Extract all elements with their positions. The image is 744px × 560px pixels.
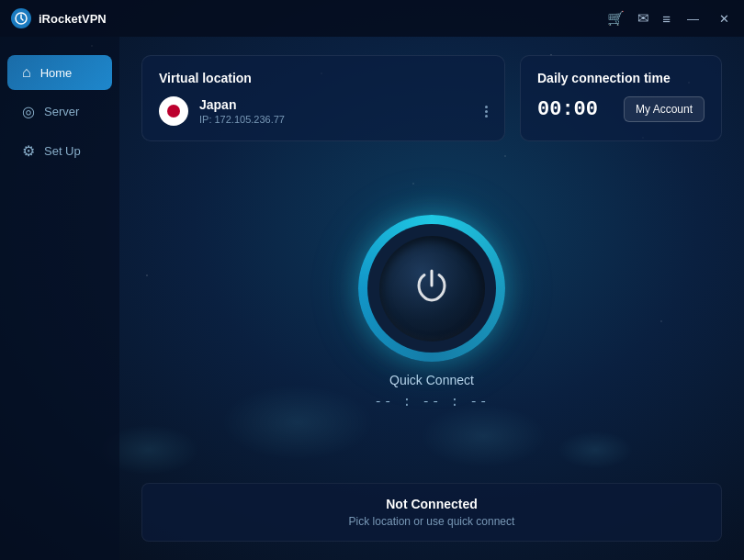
center-area: Quick Connect -- : -- : --: [141, 156, 722, 468]
sidebar-setup-label: Set Up: [44, 144, 81, 158]
japan-flag: [159, 96, 188, 126]
dot-1: [485, 106, 488, 108]
sidebar-item-setup[interactable]: ⚙ Set Up: [7, 133, 112, 169]
sidebar-item-server[interactable]: ◎ Server: [7, 94, 112, 129]
menu-icon[interactable]: ≡: [662, 11, 671, 27]
location-menu-button[interactable]: [485, 106, 488, 118]
titlebar-left: iRocketVPN: [11, 8, 107, 28]
my-account-button[interactable]: My Account: [624, 96, 705, 122]
mail-icon[interactable]: ✉: [637, 10, 649, 27]
setup-icon: ⚙: [22, 142, 35, 160]
sidebar-server-label: Server: [44, 105, 79, 118]
main-layout: ⌂ Home ◎ Server ⚙ Set Up Virtual locatio…: [0, 37, 744, 560]
server-icon: ◎: [22, 103, 35, 120]
app-logo: [11, 8, 31, 28]
status-subtitle: Pick location or use quick connect: [161, 515, 703, 528]
power-icon: [411, 265, 452, 311]
minimize-button[interactable]: —: [683, 10, 703, 28]
status-bar: Not Connected Pick location or use quick…: [141, 483, 722, 542]
dot-3: [485, 115, 488, 118]
home-icon: ⌂: [22, 64, 31, 81]
power-button-inner: [379, 236, 485, 342]
dot-2: [485, 110, 488, 113]
location-info: Japan IP: 172.105.236.77: [199, 97, 474, 125]
top-row: Virtual location Japan IP: 172.105.236.7…: [141, 55, 722, 141]
cart-icon[interactable]: 🛒: [607, 10, 625, 27]
sidebar: ⌂ Home ◎ Server ⚙ Set Up: [0, 37, 119, 560]
ip-address: IP: 172.105.236.77: [199, 114, 474, 125]
close-button[interactable]: ✕: [716, 10, 733, 28]
titlebar-controls: 🛒 ✉ ≡ — ✕: [607, 10, 733, 28]
country-name: Japan: [199, 97, 474, 112]
location-row: Japan IP: 172.105.236.77: [159, 96, 488, 126]
titlebar: iRocketVPN 🛒 ✉ ≡ — ✕: [0, 0, 744, 37]
virtual-location-card: Virtual location Japan IP: 172.105.236.7…: [141, 55, 505, 141]
power-button[interactable]: [358, 215, 505, 362]
sidebar-home-label: Home: [40, 66, 73, 80]
timer-display: -- : -- : --: [375, 395, 490, 409]
connection-time-title: Daily connection time: [537, 71, 705, 85]
time-row: 00:00 My Account: [537, 96, 705, 122]
quick-connect-label: Quick Connect: [389, 373, 474, 387]
time-display: 00:00: [537, 98, 598, 121]
connection-time-card: Daily connection time 00:00 My Account: [520, 55, 722, 141]
status-title: Not Connected: [161, 497, 703, 511]
power-button-mid: [367, 224, 496, 353]
app-title: iRocketVPN: [39, 12, 107, 26]
content-area: Virtual location Japan IP: 172.105.236.7…: [119, 37, 744, 560]
sidebar-item-home[interactable]: ⌂ Home: [7, 55, 112, 90]
virtual-location-title: Virtual location: [159, 71, 488, 85]
